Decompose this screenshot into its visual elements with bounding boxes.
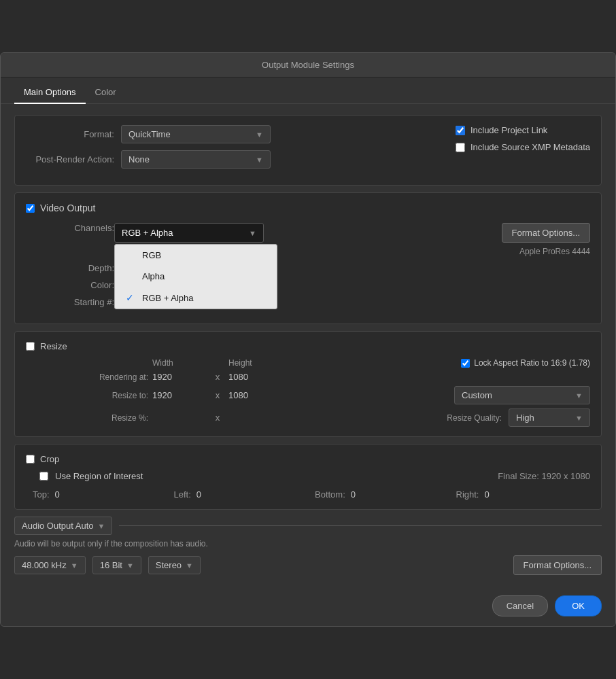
tab-color[interactable]: Color bbox=[86, 80, 126, 104]
channels-select-arrow-icon: ▼ bbox=[186, 561, 193, 570]
x-separator-3: x bbox=[211, 413, 224, 423]
top-checkboxes: Include Project Link Include Source XMP … bbox=[456, 125, 590, 152]
resize-to-row: Resize to: 1920 x 1080 Custom ▼ bbox=[39, 386, 590, 404]
depth-label: Depth: bbox=[26, 263, 114, 273]
output-module-dialog: Output Module Settings Main Options Colo… bbox=[0, 52, 616, 627]
use-roi-label: Use Region of Interest bbox=[55, 471, 143, 481]
resize-title: Resize bbox=[40, 341, 67, 351]
include-project-link-row: Include Project Link bbox=[456, 125, 590, 135]
resize-checkbox[interactable] bbox=[26, 342, 35, 351]
dropdown-item-rgb[interactable]: RGB bbox=[115, 245, 277, 266]
crop-left-field: Left: 0 bbox=[174, 489, 309, 500]
height-header: Height bbox=[228, 358, 283, 368]
codec-label: Apple ProRes 4444 bbox=[519, 247, 590, 256]
channels-select[interactable]: RGB + Alpha ▼ bbox=[114, 223, 264, 243]
resize-section: Resize Width Height Lock Aspect Ratio to… bbox=[14, 331, 602, 437]
width-header: Width bbox=[152, 358, 207, 368]
video-output-checkbox[interactable] bbox=[26, 204, 35, 213]
sample-rate-select[interactable]: 48.000 kHz ▼ bbox=[14, 556, 86, 574]
tabs-bar: Main Options Color bbox=[1, 80, 615, 104]
channels-field-label: Channels: bbox=[26, 223, 114, 233]
audio-controls: 48.000 kHz ▼ 16 Bit ▼ Stereo ▼ Format Op… bbox=[14, 555, 602, 575]
post-render-arrow-icon: ▼ bbox=[256, 156, 263, 164]
resize-to-width: 1920 bbox=[152, 390, 207, 400]
audio-format-options-button[interactable]: Format Options... bbox=[513, 555, 602, 575]
lock-aspect-checkbox[interactable] bbox=[461, 359, 470, 368]
post-render-label: Post-Render Action: bbox=[26, 154, 114, 164]
video-output-header: Video Output bbox=[26, 203, 590, 213]
resize-pct-row: Resize %: x Resize Quality: High ▼ bbox=[39, 408, 590, 427]
audio-divider bbox=[119, 525, 602, 526]
include-project-link-checkbox[interactable] bbox=[456, 126, 465, 135]
audio-arrow-icon: ▼ bbox=[98, 522, 105, 530]
crop-checkbox[interactable] bbox=[26, 455, 35, 464]
starting-label: Starting #: bbox=[26, 297, 114, 307]
format-select[interactable]: QuickTime ▼ bbox=[121, 125, 271, 143]
audio-section: Audio Output Auto ▼ Audio will be output… bbox=[14, 517, 602, 575]
color-label: Color: bbox=[26, 280, 114, 290]
resize-to-label: Resize to: bbox=[39, 391, 148, 400]
crop-top-field: Top: 0 bbox=[33, 489, 167, 500]
audio-channels-select[interactable]: Stereo ▼ bbox=[148, 556, 201, 574]
post-render-select[interactable]: None ▼ bbox=[121, 150, 271, 169]
rgb-alpha-check-icon: ✓ bbox=[126, 292, 137, 303]
crop-title: Crop bbox=[40, 454, 59, 464]
crop-right-field: Right: 0 bbox=[456, 489, 591, 500]
include-source-xmp-checkbox[interactable] bbox=[456, 143, 465, 152]
video-output-section: Video Output Channels: RGB + Alpha ▼ RGB bbox=[14, 192, 602, 324]
resize-quality-select[interactable]: High ▼ bbox=[509, 408, 590, 427]
resize-content: Width Height Lock Aspect Ratio to 16:9 (… bbox=[26, 358, 590, 427]
resize-preset-select[interactable]: Custom ▼ bbox=[454, 386, 590, 404]
bit-depth-select[interactable]: 16 Bit ▼ bbox=[92, 556, 141, 574]
format-label: Format: bbox=[26, 129, 114, 139]
preset-arrow-icon: ▼ bbox=[575, 391, 583, 400]
starting-row: Starting #: umber bbox=[26, 297, 590, 307]
channels-arrow-icon: ▼ bbox=[249, 229, 256, 237]
channels-dropdown-container: RGB + Alpha ▼ RGB Alpha bbox=[114, 223, 264, 243]
use-roi-checkbox[interactable] bbox=[39, 472, 48, 481]
post-render-row: Post-Render Action: None ▼ bbox=[26, 150, 428, 169]
rendering-height: 1080 bbox=[228, 372, 283, 382]
crop-bottom-field: Bottom: 0 bbox=[315, 489, 449, 500]
crop-section: Crop Use Region of Interest Final Size: … bbox=[14, 444, 602, 510]
dropdown-item-alpha[interactable]: Alpha bbox=[115, 266, 277, 287]
quality-arrow-icon: ▼ bbox=[575, 414, 583, 422]
title-bar: Output Module Settings bbox=[1, 53, 615, 77]
include-source-xmp-row: Include Source XMP Metadata bbox=[456, 142, 590, 152]
rendering-at-label: Rendering at: bbox=[39, 372, 148, 382]
x-separator-1: x bbox=[211, 372, 224, 382]
resize-quality-label: Resize Quality: bbox=[447, 413, 502, 423]
video-output-label: Video Output bbox=[40, 203, 95, 213]
main-content: Format: QuickTime ▼ Post-Render Action: … bbox=[1, 104, 615, 586]
format-arrow-icon: ▼ bbox=[256, 130, 263, 139]
footer: Cancel OK bbox=[1, 586, 615, 626]
sample-rate-arrow-icon: ▼ bbox=[71, 561, 78, 570]
x-separator-2: x bbox=[211, 390, 224, 400]
format-options-button[interactable]: Format Options... bbox=[502, 223, 590, 243]
format-row: Format: QuickTime ▼ bbox=[26, 125, 428, 143]
channels-dropdown-menu: RGB Alpha ✓ RGB + Alpha bbox=[114, 244, 277, 309]
dropdown-item-rgb-alpha[interactable]: ✓ RGB + Alpha bbox=[115, 287, 277, 309]
resize-pct-label: Resize %: bbox=[39, 413, 148, 423]
color-row: Color: bbox=[26, 280, 590, 290]
rendering-at-row: Rendering at: 1920 x 1080 bbox=[39, 372, 590, 382]
audio-note: Audio will be output only if the composi… bbox=[14, 539, 602, 549]
rendering-width: 1920 bbox=[152, 372, 207, 382]
resize-to-height: 1080 bbox=[228, 390, 283, 400]
dialog-title: Output Module Settings bbox=[262, 60, 354, 70]
lock-aspect-label: Lock Aspect Ratio to 16:9 (1.78) bbox=[474, 358, 590, 368]
cancel-button[interactable]: Cancel bbox=[492, 595, 548, 616]
depth-row: Depth: bbox=[26, 263, 590, 273]
audio-output-select[interactable]: Audio Output Auto ▼ bbox=[14, 517, 112, 535]
ok-button[interactable]: OK bbox=[555, 595, 602, 616]
format-section: Format: QuickTime ▼ Post-Render Action: … bbox=[14, 115, 602, 186]
audio-output-bar: Audio Output Auto ▼ bbox=[14, 517, 602, 535]
crop-values: Top: 0 Left: 0 Bottom: 0 Right: 0 bbox=[26, 489, 590, 500]
bit-depth-arrow-icon: ▼ bbox=[126, 561, 134, 570]
tab-main-options[interactable]: Main Options bbox=[14, 80, 86, 104]
final-size-label: Final Size: 1920 x 1080 bbox=[498, 471, 590, 481]
